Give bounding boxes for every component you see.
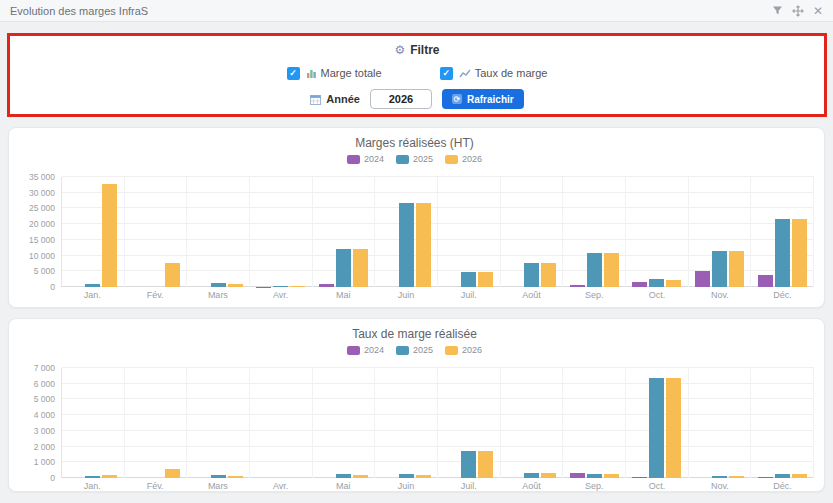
- calendar-icon: [310, 94, 321, 105]
- bar-group-Mai: [313, 177, 376, 287]
- bar-2026-Sep[interactable]: [604, 253, 619, 287]
- bar-2026-Fév[interactable]: [165, 469, 180, 478]
- window-title: Evolution des marges InfraS: [10, 5, 148, 17]
- bar-2026-Déc[interactable]: [792, 474, 807, 478]
- bar-2025-Juil[interactable]: [461, 451, 476, 478]
- legend-item-2024[interactable]: 2024: [347, 154, 384, 164]
- y-tick-label: 10 000: [29, 251, 55, 261]
- y-tick-label: 6 000: [34, 379, 55, 389]
- bar-group-Avr: [250, 177, 313, 287]
- bar-2024-Déc[interactable]: [758, 477, 773, 478]
- bar-2026-Mars[interactable]: [228, 476, 243, 478]
- marge-totale-option: ✓ Marge totale: [287, 67, 382, 80]
- bar-2026-Nov[interactable]: [729, 251, 744, 287]
- bar-2026-Sep[interactable]: [604, 474, 619, 478]
- filter-funnel-icon[interactable]: [772, 5, 783, 16]
- bar-2025-Sep[interactable]: [587, 474, 602, 478]
- legend-swatch-2026: [445, 155, 458, 164]
- marge-totale-checkbox[interactable]: ✓: [287, 67, 300, 80]
- bar-group-Août: [501, 368, 564, 478]
- bar-2025-Juil[interactable]: [461, 272, 476, 287]
- bar-2026-Juil[interactable]: [478, 272, 493, 287]
- bar-2026-Mai[interactable]: [353, 249, 368, 287]
- bar-group-Mai: [313, 368, 376, 478]
- y-tick-label: 20 000: [29, 219, 55, 229]
- bar-group-Juil: [438, 368, 501, 478]
- bar-2025-Mai[interactable]: [336, 474, 351, 478]
- bar-2026-Juil[interactable]: [478, 451, 493, 478]
- taux-de-marge-checkbox[interactable]: ✓: [440, 67, 453, 80]
- bar-2025-Jan[interactable]: [85, 284, 100, 287]
- legend-item-2026[interactable]: 2026: [445, 345, 482, 355]
- x-tick-label: Juin: [375, 290, 438, 300]
- legend-item-2026[interactable]: 2026: [445, 154, 482, 164]
- bar-2025-Avr[interactable]: [273, 286, 288, 287]
- bar-2025-Mars[interactable]: [211, 475, 226, 478]
- bar-group-Avr: [250, 368, 313, 478]
- bar-2025-Août[interactable]: [524, 263, 539, 288]
- bar-2025-Sep[interactable]: [587, 253, 602, 287]
- x-tick-label: Fév.: [124, 290, 187, 300]
- bar-2026-Avr[interactable]: [290, 286, 305, 287]
- bar-2026-Juin[interactable]: [416, 203, 431, 287]
- bar-2025-Juin[interactable]: [399, 203, 414, 287]
- legend-item-2025[interactable]: 2025: [396, 154, 433, 164]
- bar-2025-Mai[interactable]: [336, 249, 351, 287]
- move-icon[interactable]: [792, 5, 804, 17]
- bar-2026-Oct[interactable]: [666, 378, 681, 478]
- bar-2026-Mai[interactable]: [353, 475, 368, 478]
- bar-group-Nov: [689, 177, 752, 287]
- bar-2025-Oct[interactable]: [649, 378, 664, 478]
- x-tick-label: Mai: [312, 481, 375, 491]
- bar-2026-Oct[interactable]: [666, 280, 681, 287]
- bar-group-Sep: [563, 177, 626, 287]
- bar-2024-Oct[interactable]: [632, 477, 647, 478]
- bar-2026-Juin[interactable]: [416, 475, 431, 478]
- chart-card-marges-realisees: Marges réalisées (HT) 202420252026 05 00…: [8, 127, 825, 308]
- bar-2025-Nov[interactable]: [712, 251, 727, 287]
- legend-label: 2025: [413, 154, 433, 164]
- bar-group-Oct: [626, 368, 689, 478]
- bar-2026-Jan[interactable]: [102, 475, 117, 478]
- bar-2024-Déc[interactable]: [758, 275, 773, 287]
- bar-2024-Mai[interactable]: [319, 284, 334, 287]
- chart1-x-axis: Jan.Fév.MarsAvr.MaiJuinJuil.AoûtSep.Oct.…: [61, 290, 814, 300]
- bar-2024-Nov[interactable]: [695, 271, 710, 287]
- bar-2025-Mars[interactable]: [211, 283, 226, 287]
- legend-label: 2026: [462, 154, 482, 164]
- x-tick-label: Déc.: [751, 290, 814, 300]
- bar-2026-Fév[interactable]: [165, 263, 180, 287]
- bar-2025-Jan[interactable]: [85, 476, 100, 478]
- bar-2026-Nov[interactable]: [729, 476, 744, 478]
- chart2-plot-area: [61, 368, 814, 478]
- chart1-legend: 202420252026: [15, 153, 814, 165]
- bar-group-Déc: [751, 368, 814, 478]
- filter-title: Filtre: [410, 43, 439, 57]
- bar-2026-Mars[interactable]: [228, 284, 243, 287]
- bar-2025-Déc[interactable]: [775, 474, 790, 478]
- bar-2025-Oct[interactable]: [649, 279, 664, 287]
- refresh-button[interactable]: ⟳ Rafraichir: [442, 89, 524, 109]
- bar-2024-Sep[interactable]: [570, 473, 585, 478]
- legend-item-2025[interactable]: 2025: [396, 345, 433, 355]
- x-tick-label: Oct.: [626, 481, 689, 491]
- bar-2026-Août[interactable]: [541, 263, 556, 288]
- bar-2025-Nov[interactable]: [712, 476, 727, 478]
- year-input[interactable]: [370, 89, 432, 109]
- bar-group-Sep: [563, 368, 626, 478]
- bar-2026-Août[interactable]: [541, 473, 556, 478]
- legend-item-2024[interactable]: 2024: [347, 345, 384, 355]
- close-icon[interactable]: ✕: [813, 5, 823, 17]
- x-tick-label: Sep.: [563, 481, 626, 491]
- refresh-icon: ⟳: [452, 94, 462, 104]
- y-tick-label: 15 000: [29, 235, 55, 245]
- bar-2026-Jan[interactable]: [102, 184, 117, 287]
- bar-2026-Déc[interactable]: [792, 219, 807, 288]
- chart2-x-axis: Jan.Fév.MarsAvr.MaiJuinJuil.AoûtSep.Oct.…: [61, 481, 814, 491]
- bar-2025-Juin[interactable]: [399, 474, 414, 478]
- bar-2025-Août[interactable]: [524, 473, 539, 478]
- bar-2024-Sep[interactable]: [570, 285, 585, 287]
- bar-2024-Oct[interactable]: [632, 282, 647, 287]
- chart2-title: Taux de marge réalisée: [15, 327, 814, 341]
- bar-2025-Déc[interactable]: [775, 219, 790, 287]
